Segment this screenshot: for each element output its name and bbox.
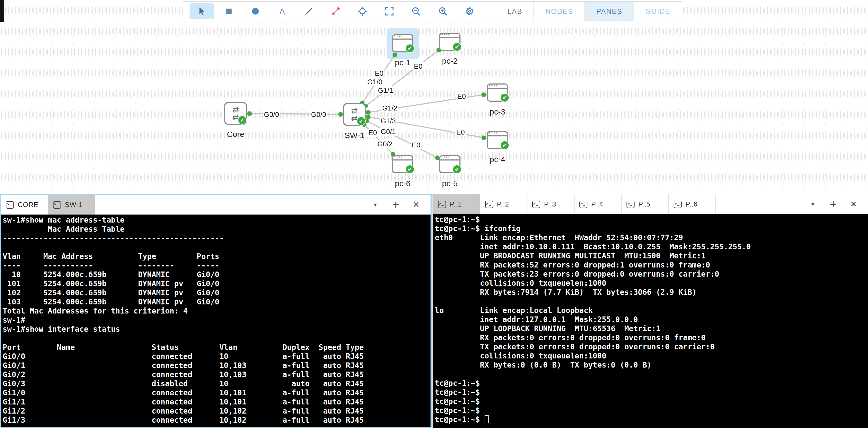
status-running-badge: ✔ [356, 117, 366, 126]
terminal-icon [579, 200, 587, 208]
terminal-tabs-left: CORESW-1 [1, 195, 95, 215]
terminal-icon [532, 200, 540, 208]
topology-canvas[interactable]: ⇄⇄✔Core⇄⇄✔SW-1✔pc-1✔pc-2✔pc-3✔pc-4✔pc-5✔… [0, 0, 868, 194]
interface-label: E0 [367, 129, 378, 137]
new-tab-icon[interactable]: + [385, 198, 406, 211]
new-tab-icon[interactable]: + [823, 197, 843, 211]
link-core-sw1[interactable] [236, 113, 354, 114]
interface-label: G1/0 [366, 78, 383, 86]
node-label: pc-2 [426, 56, 474, 65]
terminal-tab-label: P..3 [544, 200, 556, 208]
tool-group: A [183, 2, 483, 21]
terminal-icon [626, 200, 634, 208]
terminal-icon [6, 201, 14, 208]
node-label: pc-6 [379, 179, 427, 188]
line-tool-button[interactable] [297, 3, 321, 19]
terminal-tab-P..1[interactable]: P..1 [433, 194, 480, 214]
terminal-tabbar-right: P..1P..2P..3P..4P..5P..6 ▼ + × [433, 194, 868, 214]
interface-label: E0 [411, 141, 422, 149]
link-tool-button[interactable] [323, 3, 348, 19]
terminal-icon [438, 200, 446, 208]
cursor-icon [196, 6, 207, 17]
link-status-dot [482, 92, 486, 97]
terminal-tab-SW-1[interactable]: SW-1 [48, 195, 95, 215]
line-icon [304, 6, 314, 17]
select-tool-button[interactable] [190, 3, 214, 19]
interface-label: E0 [374, 69, 384, 77]
terminal-tab-P..6[interactable]: P..6 [669, 194, 716, 214]
tab-list-icon[interactable]: ▼ [803, 201, 823, 207]
terminal-tab-P..4[interactable]: P..4 [575, 194, 622, 214]
toolbar: A [183, 1, 682, 22]
node-label: pc-4 [473, 155, 522, 164]
link-status-dot [366, 115, 371, 119]
pane-controls-left: ▼ + × [365, 195, 431, 215]
terminal-tab-label: SW-1 [65, 201, 83, 209]
text-icon: A [277, 6, 287, 17]
terminal-tabs-right: P..1P..2P..3P..4P..5P..6 [433, 194, 716, 214]
terminal-icon [53, 201, 61, 208]
interface-label: G1/2 [381, 104, 398, 112]
fullscreen-icon [384, 6, 395, 17]
settings-button[interactable] [457, 3, 482, 19]
close-pane-icon[interactable]: × [843, 198, 864, 210]
interface-label: E0 [413, 62, 424, 70]
terminal-cursor [484, 415, 489, 423]
zoom-out-button[interactable] [404, 3, 428, 19]
zoom-in-button[interactable] [431, 3, 455, 19]
terminal-tab-label: P..1 [450, 200, 462, 208]
link-status-dot [366, 110, 371, 115]
tab-guide[interactable]: GUIDE [633, 2, 682, 21]
interface-label: E0 [455, 128, 466, 136]
terminal-tab-P..5[interactable]: P..5 [622, 194, 669, 214]
gear-icon [464, 6, 475, 17]
terminal-output-sw1[interactable]: sw-1#show mac address-table Mac Address … [1, 215, 431, 425]
status-running-badge: ✔ [500, 93, 509, 102]
rectangle-icon [223, 6, 234, 17]
terminal-tab-P..2[interactable]: P..2 [480, 194, 527, 214]
terminal-screen-right[interactable]: tc@pc-1:~$ tc@pc-1:~$ ifconfig eth0 Link… [433, 214, 868, 428]
node-label: pc-3 [473, 107, 522, 116]
zoom-out-icon [411, 6, 422, 17]
zoom-in-icon [437, 6, 448, 17]
status-running-badge: ✔ [238, 116, 247, 125]
link-nodes-icon [331, 6, 341, 17]
svg-text:A: A [280, 7, 285, 15]
rectangle-tool-button[interactable] [216, 3, 241, 19]
tab-lab[interactable]: LAB [496, 2, 534, 21]
status-running-badge: ✔ [453, 165, 462, 174]
terminal-icon [674, 200, 682, 208]
terminal-area: CORESW-1 ▼ + × sw-1#show mac address-tab… [0, 194, 868, 428]
interface-label: G0/0 [310, 110, 327, 119]
link-status-dot [247, 111, 252, 116]
status-running-badge: ✔ [453, 42, 462, 52]
terminal-tab-label: CORE [18, 201, 38, 209]
terminal-tab-P..3[interactable]: P..3 [527, 194, 575, 214]
terminal-tab-label: P..5 [638, 200, 650, 208]
node-label: Core [212, 129, 260, 138]
fit-view-tool-button[interactable] [377, 3, 402, 19]
ellipse-tool-button[interactable] [243, 3, 268, 19]
terminal-tabbar-left: CORESW-1 ▼ + × [1, 195, 431, 215]
terminal-output-pc1[interactable]: tc@pc-1:~$ tc@pc-1:~$ ifconfig eth0 Link… [433, 214, 868, 424]
interface-label: G1/3 [380, 117, 397, 125]
interface-label: E0 [456, 92, 467, 100]
close-pane-icon[interactable]: × [406, 198, 426, 211]
status-running-badge: ✔ [500, 141, 509, 150]
terminal-pane-left: CORESW-1 ▼ + × sw-1#show mac address-tab… [0, 194, 432, 428]
tab-nodes[interactable]: NODES [534, 2, 585, 21]
window-corner-strip [0, 0, 4, 22]
interface-label: G1/1 [377, 87, 394, 94]
terminal-tab-label: P..6 [685, 200, 698, 208]
tab-panes[interactable]: PANES [585, 2, 634, 21]
terminal-icon [485, 200, 493, 208]
interface-label: G0/0 [263, 110, 280, 119]
crosshair-tool-button[interactable] [350, 3, 375, 19]
text-tool-button[interactable]: A [270, 3, 294, 19]
terminal-screen-left[interactable]: sw-1#show mac address-table Mac Address … [1, 215, 431, 427]
tab-list-icon[interactable]: ▼ [365, 202, 385, 207]
link-status-dot [393, 53, 397, 57]
pane-controls-right: ▼ + × [803, 194, 868, 214]
terminal-tab-CORE[interactable]: CORE [1, 195, 48, 215]
app-window: ⇄⇄✔Core⇄⇄✔SW-1✔pc-1✔pc-2✔pc-3✔pc-4✔pc-5✔… [0, 0, 868, 428]
